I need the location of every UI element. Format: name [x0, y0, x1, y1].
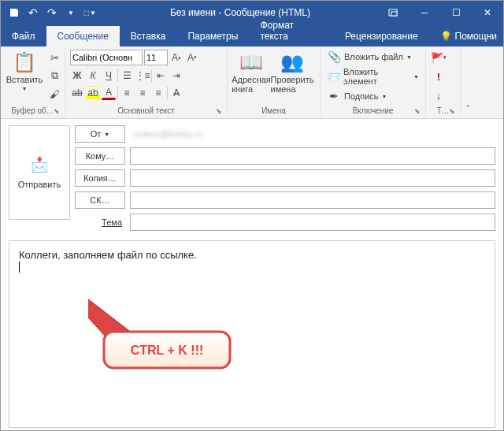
- check-names-button[interactable]: 👥 Проверить имена: [273, 50, 311, 95]
- tab-options[interactable]: Параметры: [176, 26, 249, 46]
- tags-dialog-launcher[interactable]: ⬊: [449, 107, 458, 117]
- ribbon-collapse-button[interactable]: ˄: [461, 46, 475, 118]
- text-cursor: [19, 262, 20, 273]
- clipboard-group-label: Буфер об…: [6, 106, 60, 117]
- format-painter-button[interactable]: 🖌: [46, 86, 62, 102]
- body-text: Коллеги, заполняем файл по ссылке.: [19, 249, 485, 261]
- signature-button[interactable]: ✒ Подпись ▼: [325, 89, 421, 103]
- numbering-button[interactable]: ⋮≡: [135, 69, 150, 83]
- subject-label: Тема: [75, 217, 125, 227]
- window-controls: ─ ☐ ✕: [377, 1, 503, 24]
- send-icon: 📩: [31, 156, 48, 173]
- touch-mode-icon[interactable]: ⬚▼: [81, 4, 98, 21]
- font-size-select[interactable]: [144, 50, 168, 65]
- save-icon[interactable]: [6, 4, 23, 21]
- ribbon-tabs: Файл Сообщение Вставка Параметры Формат …: [1, 24, 503, 46]
- close-button[interactable]: ✕: [472, 1, 503, 24]
- high-importance-button[interactable]: !: [431, 69, 447, 84]
- maximize-button[interactable]: ☐: [440, 1, 472, 24]
- scissors-icon: ✂: [50, 52, 59, 64]
- copy-icon: ⧉: [51, 69, 58, 82]
- low-importance-button[interactable]: ↓: [431, 87, 447, 103]
- address-book-label: Адресная книга: [232, 75, 271, 94]
- chevron-down-icon: ▼: [22, 86, 28, 91]
- check-names-icon: 👥: [280, 51, 304, 73]
- font-group-label: Основной текст: [70, 106, 222, 117]
- window-options-icon[interactable]: [377, 1, 409, 24]
- cut-button[interactable]: ✂: [46, 50, 62, 65]
- help-label: Помощни: [455, 31, 497, 42]
- send-button[interactable]: 📩 Отправить: [9, 125, 70, 220]
- bcc-input[interactable]: [130, 191, 495, 209]
- cc-button[interactable]: Копия…: [75, 169, 125, 187]
- address-book-button[interactable]: 📖 Адресная книга: [232, 50, 270, 95]
- cc-input[interactable]: [130, 169, 495, 187]
- font-dialog-launcher[interactable]: ⬊: [216, 107, 225, 117]
- from-value: ivanov@kontur.ru: [130, 129, 495, 139]
- callout-text: CTRL + K !!!: [131, 344, 204, 357]
- tab-message[interactable]: Сообщение: [46, 26, 120, 46]
- signature-icon: ✒: [327, 90, 341, 102]
- to-input[interactable]: [130, 147, 495, 165]
- tab-insert[interactable]: Вставка: [120, 26, 177, 46]
- from-button[interactable]: От ▼: [75, 125, 125, 143]
- indent-right-button[interactable]: ⇥: [169, 69, 183, 83]
- tab-format[interactable]: Формат текста: [249, 15, 333, 46]
- group-tags: 🚩▾ ! ↓ Т… ⬊: [426, 46, 461, 118]
- chevron-down-icon: ▼: [382, 94, 387, 99]
- group-font: A▴ A▾ Ж К Ч ☰ ⋮≡ ⇤ ⇥ ab ab A: [65, 46, 228, 118]
- tab-review[interactable]: Рецензирование: [334, 26, 429, 46]
- tab-help[interactable]: 💡 Помощни: [429, 26, 503, 46]
- qat-dropdown-icon[interactable]: ▼: [62, 4, 80, 21]
- group-clipboard: 📋 Вставить ▼ ✂ ⧉ 🖌 Буфер об… ⬊: [1, 46, 65, 118]
- grow-font-button[interactable]: A▴: [169, 50, 183, 65]
- highlight-button[interactable]: ab: [86, 86, 100, 100]
- attach-file-button[interactable]: 📎 Вложить файл ▼: [325, 50, 421, 64]
- names-group-label: Имена: [232, 106, 315, 117]
- send-label: Отправить: [18, 180, 61, 189]
- signature-label: Подпись: [344, 91, 379, 101]
- bullets-button[interactable]: ☰: [120, 69, 134, 83]
- redo-icon[interactable]: ↷: [43, 4, 61, 21]
- include-dialog-launcher[interactable]: ⬊: [414, 107, 424, 117]
- clipboard-dialog-launcher[interactable]: ⬊: [54, 107, 63, 117]
- group-include: 📎 Вложить файл ▼ 📨 Вложить элемент ▼ ✒ П…: [321, 46, 426, 118]
- paste-button[interactable]: 📋 Вставить ▼: [6, 50, 43, 93]
- align-left-button[interactable]: ≡: [120, 86, 134, 100]
- bold-button[interactable]: Ж: [70, 69, 84, 83]
- attach-item-label: Вложить элемент: [343, 67, 410, 86]
- align-right-button[interactable]: ≡: [151, 86, 165, 100]
- to-button[interactable]: Кому…: [75, 147, 125, 165]
- annotation-callout: CTRL + K !!!: [88, 288, 261, 414]
- italic-button[interactable]: К: [86, 69, 100, 83]
- include-group-label: Включение: [325, 106, 421, 117]
- subject-input[interactable]: [130, 214, 495, 231]
- group-names: 📖 Адресная книга 👥 Проверить имена Имена: [228, 46, 321, 118]
- message-body[interactable]: Коллеги, заполняем файл по ссылке. CTRL …: [9, 240, 495, 428]
- brush-icon: 🖌: [50, 88, 60, 100]
- paste-label: Вставить: [6, 75, 43, 84]
- paperclip-icon: 📎: [327, 50, 341, 63]
- follow-up-button[interactable]: 🚩▾: [431, 50, 447, 65]
- font-color-button[interactable]: A: [102, 86, 116, 100]
- paste-icon: 📋: [13, 51, 36, 73]
- from-button-label: От: [91, 129, 102, 139]
- attach-item-icon: 📨: [327, 70, 340, 83]
- attach-item-button[interactable]: 📨 Вложить элемент ▼: [325, 66, 421, 87]
- check-names-label: Проверить имена: [271, 75, 314, 94]
- bcc-button[interactable]: СК…: [75, 191, 125, 209]
- align-center-button[interactable]: ≡: [135, 86, 150, 100]
- ribbon: 📋 Вставить ▼ ✂ ⧉ 🖌 Буфер об… ⬊ A▴: [1, 46, 503, 119]
- underline-button[interactable]: Ч: [102, 69, 116, 83]
- copy-button[interactable]: ⧉: [46, 68, 62, 84]
- window-title: Без имени - Сообщение (HTML): [103, 7, 377, 18]
- minimize-button[interactable]: ─: [409, 1, 440, 24]
- shrink-font-button[interactable]: A▾: [185, 50, 199, 65]
- indent-left-button[interactable]: ⇤: [154, 69, 168, 83]
- address-book-icon: 📖: [239, 51, 263, 73]
- undo-icon[interactable]: ↶: [24, 4, 42, 21]
- clear-format-button[interactable]: A̶: [169, 86, 183, 100]
- strike-button[interactable]: ab: [70, 86, 84, 100]
- font-name-select[interactable]: [70, 50, 143, 65]
- tab-file[interactable]: Файл: [1, 26, 46, 46]
